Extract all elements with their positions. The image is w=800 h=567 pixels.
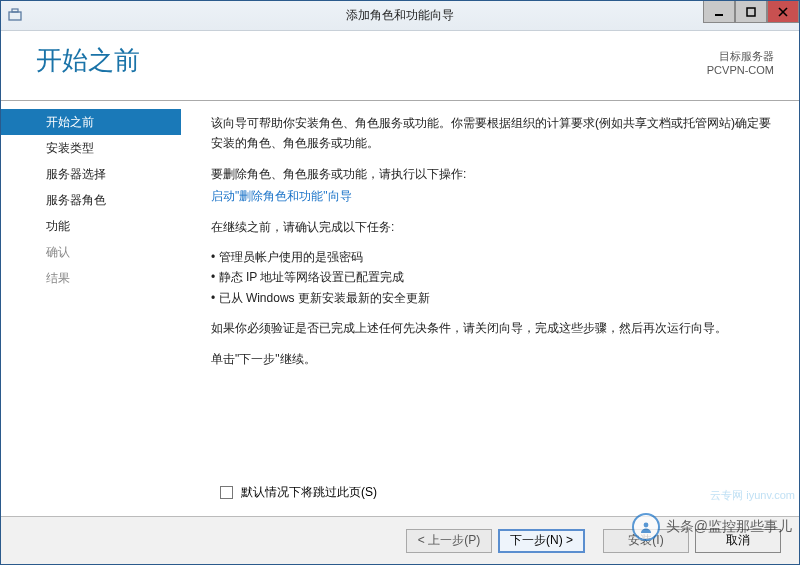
wizard-content: 该向导可帮助你安装角色、角色服务或功能。你需要根据组织的计算要求(例如共享文档或… (181, 101, 799, 516)
sidebar-item-results: 结果 (1, 265, 181, 291)
prereq-item: 管理员帐户使用的是强密码 (211, 247, 774, 267)
app-icon (7, 8, 23, 24)
prereq-list: 管理员帐户使用的是强密码 静态 IP 地址等网络设置已配置完成 已从 Windo… (211, 247, 774, 308)
prereq-item: 已从 Windows 更新安装最新的安全更新 (211, 288, 774, 308)
sidebar-item-install-type[interactable]: 安装类型 (1, 135, 181, 161)
next-button[interactable]: 下一步(N) > (498, 529, 585, 553)
continue-note: 单击"下一步"继续。 (211, 349, 774, 369)
target-server-label: 目标服务器 (707, 49, 774, 63)
wizard-body: 开始之前 安装类型 服务器选择 服务器角色 功能 确认 结果 该向导可帮助你安装… (1, 101, 799, 516)
maximize-button[interactable] (735, 1, 767, 23)
skip-page-checkbox[interactable] (220, 486, 233, 499)
wizard-footer: < 上一步(P) 下一步(N) > 安装(I) 取消 (1, 516, 799, 564)
sidebar-item-before-you-begin[interactable]: 开始之前 (1, 109, 181, 135)
titlebar: 添加角色和功能向导 (1, 1, 799, 31)
previous-button: < 上一步(P) (406, 529, 492, 553)
sidebar-item-server-selection[interactable]: 服务器选择 (1, 161, 181, 187)
window-controls (703, 1, 799, 23)
remove-roles-link[interactable]: 启动"删除角色和功能"向导 (211, 189, 352, 203)
wizard-header: 开始之前 目标服务器 PCVPN-COM (1, 31, 799, 101)
sidebar-item-features[interactable]: 功能 (1, 213, 181, 239)
wizard-sidebar: 开始之前 安装类型 服务器选择 服务器角色 功能 确认 结果 (1, 101, 181, 516)
target-server-box: 目标服务器 PCVPN-COM (707, 43, 774, 78)
svg-rect-0 (9, 12, 21, 20)
window-title: 添加角色和功能向导 (1, 7, 799, 24)
cancel-button[interactable]: 取消 (695, 529, 781, 553)
target-server-name: PCVPN-COM (707, 63, 774, 77)
sidebar-item-confirm: 确认 (1, 239, 181, 265)
prereq-item: 静态 IP 地址等网络设置已配置完成 (211, 267, 774, 287)
svg-rect-1 (12, 9, 18, 12)
skip-page-label[interactable]: 默认情况下将跳过此页(S) (241, 484, 377, 501)
install-button: 安装(I) (603, 529, 689, 553)
close-button[interactable] (767, 1, 799, 23)
wizard-window: 添加角色和功能向导 开始之前 目标服务器 PCVPN-COM 开始之前 安装类型… (0, 0, 800, 565)
skip-page-row: 默认情况下将跳过此页(S) (220, 484, 377, 501)
sidebar-item-server-roles[interactable]: 服务器角色 (1, 187, 181, 213)
pre-tasks-heading: 在继续之前，请确认完成以下任务: (211, 217, 774, 237)
intro-text: 该向导可帮助你安装角色、角色服务或功能。你需要根据组织的计算要求(例如共享文档或… (211, 113, 774, 154)
svg-rect-3 (747, 8, 755, 16)
page-title: 开始之前 (36, 43, 140, 78)
verify-note: 如果你必须验证是否已完成上述任何先决条件，请关闭向导，完成这些步骤，然后再次运行… (211, 318, 774, 338)
minimize-button[interactable] (703, 1, 735, 23)
remove-prompt: 要删除角色、角色服务或功能，请执行以下操作: (211, 164, 774, 184)
